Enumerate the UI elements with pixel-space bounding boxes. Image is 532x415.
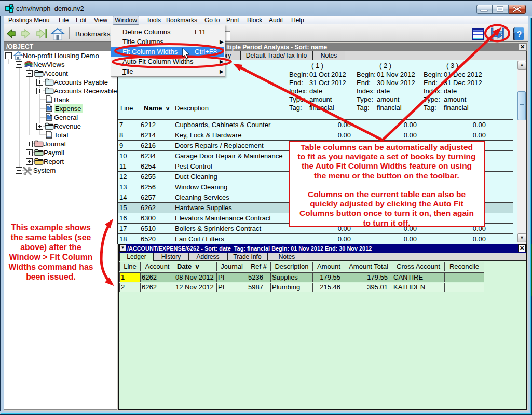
- svg-text:?: ?: [517, 30, 522, 39]
